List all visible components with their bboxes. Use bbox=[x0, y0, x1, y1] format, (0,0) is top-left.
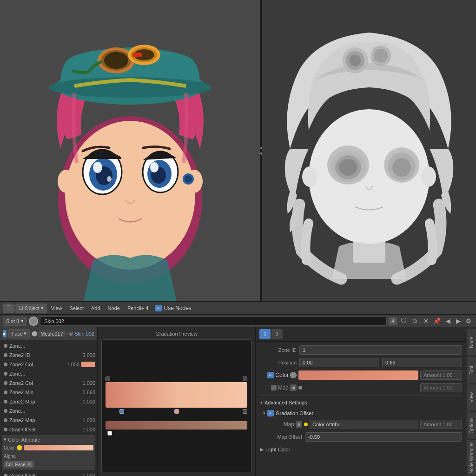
remove-col-face-btn[interactable]: ✕ bbox=[26, 462, 32, 467]
gradient-bar-bottom[interactable] bbox=[106, 421, 247, 430]
gradient-bar-top[interactable] bbox=[106, 382, 247, 408]
map-field-empty[interactable] bbox=[304, 383, 418, 392]
unlink-icon[interactable]: ✕ bbox=[421, 317, 430, 326]
node-value: 1.000 bbox=[82, 473, 95, 476]
editor-type-selector[interactable]: ⌒ bbox=[3, 304, 14, 313]
light-color-header[interactable]: ▶ Light Color bbox=[259, 444, 462, 455]
node-list[interactable]: Zone... Zone2 ID 3.000 Zone2 Col 1.000 Z… bbox=[0, 340, 97, 476]
position-field-2[interactable]: 0.66 bbox=[382, 358, 462, 367]
add-menu[interactable]: Add bbox=[88, 304, 104, 313]
side-tab-tool[interactable]: Tool bbox=[467, 357, 476, 383]
bottom-stops bbox=[106, 409, 247, 414]
gradient-box[interactable] bbox=[101, 339, 251, 472]
face-selector[interactable]: Face ▾ bbox=[8, 329, 30, 338]
gradient-stop-top-right[interactable] bbox=[243, 377, 247, 381]
use-nodes-checkbox: ✓ bbox=[155, 305, 162, 311]
nav-next-icon[interactable]: ▶ bbox=[454, 317, 463, 326]
map-checkbox-inactive[interactable] bbox=[271, 385, 277, 390]
color-amount-field[interactable]: Amount 1.00 bbox=[420, 370, 462, 380]
list-item[interactable]: Zone... bbox=[0, 341, 97, 350]
node-label: Zone... bbox=[9, 408, 95, 414]
list-item[interactable]: Zone2 Map 1.000 bbox=[0, 416, 97, 425]
settings-icon[interactable]: ⚙ bbox=[464, 317, 473, 326]
col-face-tag[interactable]: Col_Face ✕ bbox=[4, 461, 34, 468]
position-row: Position 0.00 0.66 bbox=[259, 357, 462, 368]
gradient-stop-mid[interactable] bbox=[174, 409, 179, 414]
tab-2[interactable]: 2 bbox=[271, 329, 283, 339]
view-menu[interactable]: View bbox=[48, 304, 66, 313]
gradation-offset-header[interactable]: ▾ ✓ Gradation Offset bbox=[259, 409, 462, 418]
viewport-left[interactable] bbox=[0, 0, 260, 301]
map-offset-row: Map Offset -0.50 bbox=[259, 431, 462, 443]
color-checkbox[interactable]: ✓ bbox=[267, 372, 274, 378]
list-item[interactable]: Zone2 Col 1.000 bbox=[0, 378, 97, 388]
slot-selector[interactable]: Slot 8 ▾ bbox=[3, 317, 27, 326]
color-picker-dot[interactable] bbox=[17, 445, 22, 450]
list-item[interactable]: Zone... bbox=[0, 406, 97, 416]
list-item[interactable]: Zone2 ID 3.000 bbox=[0, 350, 97, 360]
side-tab-node-wrangler[interactable]: Node Wrangler bbox=[467, 440, 476, 476]
position-label: Position bbox=[259, 360, 297, 365]
map-amount-field[interactable]: Amount 1.00 bbox=[420, 383, 462, 392]
advanced-settings-header[interactable]: ▾ Advanced Settings bbox=[259, 397, 462, 408]
tab-1[interactable]: 1 bbox=[259, 329, 271, 339]
list-item[interactable]: Grad Offset 1.000 bbox=[0, 425, 97, 434]
map-icon-2: ⊞ bbox=[296, 421, 302, 428]
object-icon: ☐ bbox=[19, 305, 23, 311]
use-nodes-toggle[interactable]: ✓ Use Nodes bbox=[155, 305, 191, 311]
zone-id-field[interactable]: 1 bbox=[299, 345, 462, 355]
pencilplus-menu[interactable]: Pencil+ 4 bbox=[124, 304, 152, 313]
top-stops bbox=[106, 377, 247, 381]
map-offset-field[interactable]: -0.50 bbox=[305, 432, 462, 442]
left-viewport-svg bbox=[0, 0, 260, 301]
svg-point-27 bbox=[185, 175, 192, 183]
position-val2: 0.66 bbox=[385, 360, 395, 365]
color-label: Color bbox=[4, 445, 15, 450]
position-field-1[interactable]: 0.00 bbox=[299, 358, 379, 367]
select-menu[interactable]: Select bbox=[66, 304, 87, 313]
nav-prev-icon[interactable]: ◀ bbox=[443, 317, 453, 326]
side-tab-view[interactable]: View bbox=[467, 384, 476, 411]
color-row: Color bbox=[4, 443, 93, 452]
node-value: 1.000 bbox=[82, 380, 95, 386]
list-item[interactable]: Zone2 Min 0.660 bbox=[0, 388, 97, 397]
color-swatch-main[interactable] bbox=[298, 370, 418, 380]
side-tab-options[interactable]: Options bbox=[467, 412, 476, 439]
object-selector[interactable]: ☐ Object ▾ bbox=[15, 304, 47, 313]
gradation-offset-checkbox[interactable]: ✓ bbox=[267, 410, 274, 416]
mesh-path-item[interactable]: Mesh.017 bbox=[38, 331, 65, 337]
color-attr-label: Color Attribute bbox=[8, 437, 40, 443]
node-value: 1.000 bbox=[66, 362, 79, 367]
gradient-preview-area: Gradation Preview bbox=[98, 327, 256, 476]
list-item[interactable]: Zone2 Col 1.000 bbox=[0, 360, 97, 369]
alpha-row: Alpha bbox=[4, 452, 93, 460]
viewport-right[interactable] bbox=[262, 0, 476, 301]
list-item[interactable]: Zone... bbox=[0, 369, 97, 378]
map-amount-field-2[interactable]: Amount 1.00 bbox=[420, 420, 462, 429]
bottom-panel: ⌒ ☐ Object ▾ View Select Add Node Pencil… bbox=[0, 301, 476, 476]
properties-area: Zone ID 1 Position 0.00 0.66 bbox=[256, 342, 466, 476]
color-attrib-field[interactable]: Color Attribu... bbox=[310, 420, 418, 429]
list-item[interactable]: Zone2 Map 0.000 bbox=[0, 397, 97, 406]
map-amount-value-2: Amount 1.00 bbox=[423, 422, 452, 427]
list-item[interactable]: Grad Offset 1.000 bbox=[0, 471, 97, 476]
gradient-stop-left[interactable] bbox=[119, 409, 124, 414]
color-amount-value: Amount 1.00 bbox=[423, 372, 452, 378]
gradient-stop-top-left[interactable] bbox=[106, 377, 110, 381]
node-label: Grad Offset bbox=[9, 473, 80, 476]
material-name-field[interactable]: Skin.002 bbox=[40, 317, 387, 326]
copy-icon[interactable]: ⧉ bbox=[410, 317, 419, 326]
face-dropdown-icon: ▾ bbox=[24, 331, 26, 337]
material-users-count[interactable]: 4 bbox=[389, 317, 397, 325]
gradient-title: Gradation Preview bbox=[101, 331, 251, 337]
color-gradient-preview[interactable] bbox=[24, 445, 93, 450]
gradient-stop-right[interactable] bbox=[243, 409, 247, 414]
object-breadcrumb: ⬤ Mesh.017 › ◎ Skin.002 bbox=[32, 331, 94, 337]
side-tab-node[interactable]: Node bbox=[467, 329, 476, 356]
node-menu[interactable]: Node bbox=[105, 304, 123, 313]
gradient-stop-white[interactable] bbox=[107, 431, 112, 436]
shield-icon[interactable]: 🛡 bbox=[399, 317, 408, 326]
pin-icon[interactable]: 📌 bbox=[432, 317, 442, 326]
material-path-item[interactable]: Skin.002 bbox=[74, 331, 94, 337]
svg-point-19 bbox=[107, 176, 112, 182]
